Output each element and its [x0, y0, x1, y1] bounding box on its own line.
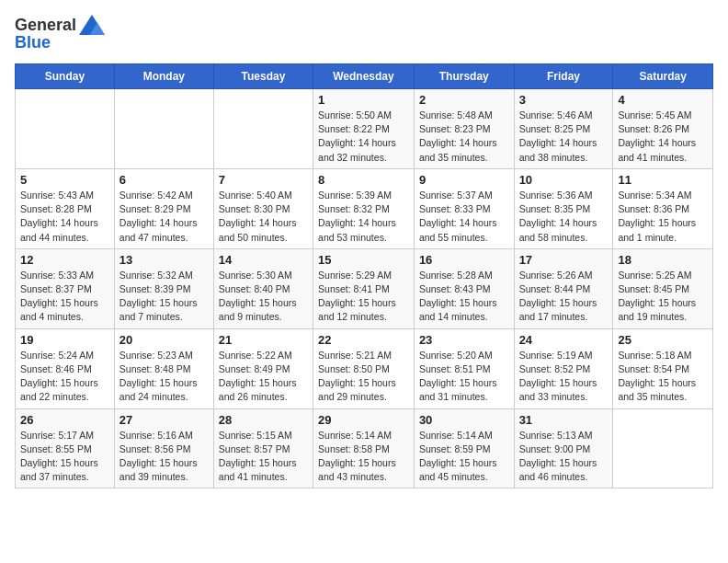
calendar-day-cell: 22Sunrise: 5:21 AMSunset: 8:50 PMDayligh… — [313, 328, 415, 408]
calendar-day-cell: 19Sunrise: 5:24 AMSunset: 8:46 PMDayligh… — [16, 328, 115, 408]
page-header: General Blue — [15, 15, 713, 52]
calendar-day-cell: 13Sunrise: 5:32 AMSunset: 8:39 PMDayligh… — [114, 248, 213, 328]
day-number: 14 — [219, 253, 308, 267]
logo-blue-text: Blue — [15, 33, 51, 52]
day-info: Sunrise: 5:17 AMSunset: 8:55 PMDaylight:… — [20, 429, 109, 485]
day-number: 12 — [20, 253, 109, 267]
day-number: 24 — [519, 333, 609, 347]
day-number: 29 — [318, 413, 409, 427]
day-info: Sunrise: 5:40 AMSunset: 8:30 PMDaylight:… — [219, 189, 308, 245]
empty-cell — [114, 89, 213, 169]
day-info: Sunrise: 5:29 AMSunset: 8:41 PMDaylight:… — [318, 269, 409, 325]
calendar-day-cell: 23Sunrise: 5:20 AMSunset: 8:51 PMDayligh… — [414, 328, 514, 408]
calendar-day-cell: 28Sunrise: 5:15 AMSunset: 8:57 PMDayligh… — [213, 408, 313, 488]
day-number: 1 — [318, 93, 409, 107]
day-number: 2 — [419, 93, 509, 107]
weekday-header-friday: Friday — [514, 64, 613, 89]
calendar-day-cell: 8Sunrise: 5:39 AMSunset: 8:32 PMDaylight… — [313, 168, 415, 248]
calendar-day-cell: 7Sunrise: 5:40 AMSunset: 8:30 PMDaylight… — [213, 168, 313, 248]
weekday-header-sunday: Sunday — [16, 64, 115, 89]
day-info: Sunrise: 5:15 AMSunset: 8:57 PMDaylight:… — [219, 429, 308, 485]
weekday-header-thursday: Thursday — [414, 64, 514, 89]
day-info: Sunrise: 5:48 AMSunset: 8:23 PMDaylight:… — [419, 109, 509, 165]
calendar-week-row: 26Sunrise: 5:17 AMSunset: 8:55 PMDayligh… — [16, 408, 713, 488]
calendar-day-cell: 20Sunrise: 5:23 AMSunset: 8:48 PMDayligh… — [114, 328, 213, 408]
calendar-day-cell: 11Sunrise: 5:34 AMSunset: 8:36 PMDayligh… — [613, 168, 713, 248]
calendar-day-cell: 6Sunrise: 5:42 AMSunset: 8:29 PMDaylight… — [114, 168, 213, 248]
day-info: Sunrise: 5:25 AMSunset: 8:45 PMDaylight:… — [618, 269, 708, 325]
logo-icon — [79, 15, 105, 35]
day-info: Sunrise: 5:43 AMSunset: 8:28 PMDaylight:… — [20, 189, 109, 245]
day-info: Sunrise: 5:23 AMSunset: 8:48 PMDaylight:… — [119, 349, 209, 405]
logo-container: General Blue — [15, 15, 105, 52]
calendar-day-cell: 15Sunrise: 5:29 AMSunset: 8:41 PMDayligh… — [313, 248, 415, 328]
day-number: 25 — [618, 333, 708, 347]
day-info: Sunrise: 5:14 AMSunset: 8:58 PMDaylight:… — [318, 429, 409, 485]
day-number: 10 — [519, 173, 609, 187]
day-info: Sunrise: 5:50 AMSunset: 8:22 PMDaylight:… — [318, 109, 409, 165]
weekday-header-wednesday: Wednesday — [313, 64, 415, 89]
empty-cell — [613, 408, 713, 488]
calendar-day-cell: 5Sunrise: 5:43 AMSunset: 8:28 PMDaylight… — [16, 168, 115, 248]
day-number: 27 — [119, 413, 209, 427]
day-info: Sunrise: 5:32 AMSunset: 8:39 PMDaylight:… — [119, 269, 209, 325]
day-info: Sunrise: 5:19 AMSunset: 8:52 PMDaylight:… — [519, 349, 609, 405]
empty-cell — [213, 89, 313, 169]
day-number: 9 — [419, 173, 509, 187]
day-info: Sunrise: 5:39 AMSunset: 8:32 PMDaylight:… — [318, 189, 409, 245]
calendar-day-cell: 9Sunrise: 5:37 AMSunset: 8:33 PMDaylight… — [414, 168, 514, 248]
weekday-header-row: SundayMondayTuesdayWednesdayThursdayFrid… — [16, 64, 713, 89]
day-number: 8 — [318, 173, 409, 187]
day-number: 28 — [219, 413, 308, 427]
day-number: 31 — [519, 413, 609, 427]
calendar-day-cell: 26Sunrise: 5:17 AMSunset: 8:55 PMDayligh… — [16, 408, 115, 488]
day-number: 22 — [318, 333, 409, 347]
day-number: 7 — [219, 173, 308, 187]
day-number: 15 — [318, 253, 409, 267]
calendar-day-cell: 10Sunrise: 5:36 AMSunset: 8:35 PMDayligh… — [514, 168, 613, 248]
day-number: 20 — [119, 333, 209, 347]
day-info: Sunrise: 5:22 AMSunset: 8:49 PMDaylight:… — [219, 349, 308, 405]
calendar-day-cell: 25Sunrise: 5:18 AMSunset: 8:54 PMDayligh… — [613, 328, 713, 408]
day-info: Sunrise: 5:26 AMSunset: 8:44 PMDaylight:… — [519, 269, 609, 325]
calendar-week-row: 5Sunrise: 5:43 AMSunset: 8:28 PMDaylight… — [16, 168, 713, 248]
day-info: Sunrise: 5:33 AMSunset: 8:37 PMDaylight:… — [20, 269, 109, 325]
day-info: Sunrise: 5:13 AMSunset: 9:00 PMDaylight:… — [519, 429, 609, 485]
day-info: Sunrise: 5:18 AMSunset: 8:54 PMDaylight:… — [618, 349, 708, 405]
calendar-day-cell: 12Sunrise: 5:33 AMSunset: 8:37 PMDayligh… — [16, 248, 115, 328]
day-info: Sunrise: 5:42 AMSunset: 8:29 PMDaylight:… — [119, 189, 209, 245]
day-info: Sunrise: 5:24 AMSunset: 8:46 PMDaylight:… — [20, 349, 109, 405]
logo-general-text: General — [15, 16, 76, 35]
day-number: 21 — [219, 333, 308, 347]
calendar-day-cell: 27Sunrise: 5:16 AMSunset: 8:56 PMDayligh… — [114, 408, 213, 488]
calendar-table: SundayMondayTuesdayWednesdayThursdayFrid… — [15, 63, 713, 488]
calendar-week-row: 1Sunrise: 5:50 AMSunset: 8:22 PMDaylight… — [16, 89, 713, 169]
day-info: Sunrise: 5:16 AMSunset: 8:56 PMDaylight:… — [119, 429, 209, 485]
calendar-day-cell: 29Sunrise: 5:14 AMSunset: 8:58 PMDayligh… — [313, 408, 415, 488]
day-number: 11 — [618, 173, 708, 187]
day-info: Sunrise: 5:30 AMSunset: 8:40 PMDaylight:… — [219, 269, 308, 325]
calendar-day-cell: 17Sunrise: 5:26 AMSunset: 8:44 PMDayligh… — [514, 248, 613, 328]
weekday-header-saturday: Saturday — [613, 64, 713, 89]
calendar-day-cell: 21Sunrise: 5:22 AMSunset: 8:49 PMDayligh… — [213, 328, 313, 408]
calendar-day-cell: 2Sunrise: 5:48 AMSunset: 8:23 PMDaylight… — [414, 89, 514, 169]
calendar-day-cell: 31Sunrise: 5:13 AMSunset: 9:00 PMDayligh… — [514, 408, 613, 488]
day-info: Sunrise: 5:14 AMSunset: 8:59 PMDaylight:… — [419, 429, 509, 485]
empty-cell — [16, 89, 115, 169]
calendar-day-cell: 16Sunrise: 5:28 AMSunset: 8:43 PMDayligh… — [414, 248, 514, 328]
day-info: Sunrise: 5:36 AMSunset: 8:35 PMDaylight:… — [519, 189, 609, 245]
calendar-week-row: 19Sunrise: 5:24 AMSunset: 8:46 PMDayligh… — [16, 328, 713, 408]
calendar-week-row: 12Sunrise: 5:33 AMSunset: 8:37 PMDayligh… — [16, 248, 713, 328]
weekday-header-tuesday: Tuesday — [213, 64, 313, 89]
day-info: Sunrise: 5:45 AMSunset: 8:26 PMDaylight:… — [618, 109, 708, 165]
day-info: Sunrise: 5:46 AMSunset: 8:25 PMDaylight:… — [519, 109, 609, 165]
calendar-day-cell: 1Sunrise: 5:50 AMSunset: 8:22 PMDaylight… — [313, 89, 415, 169]
day-info: Sunrise: 5:37 AMSunset: 8:33 PMDaylight:… — [419, 189, 509, 245]
day-number: 17 — [519, 253, 609, 267]
day-number: 26 — [20, 413, 109, 427]
day-number: 30 — [419, 413, 509, 427]
day-number: 18 — [618, 253, 708, 267]
calendar-day-cell: 30Sunrise: 5:14 AMSunset: 8:59 PMDayligh… — [414, 408, 514, 488]
day-number: 3 — [519, 93, 609, 107]
day-info: Sunrise: 5:21 AMSunset: 8:50 PMDaylight:… — [318, 349, 409, 405]
